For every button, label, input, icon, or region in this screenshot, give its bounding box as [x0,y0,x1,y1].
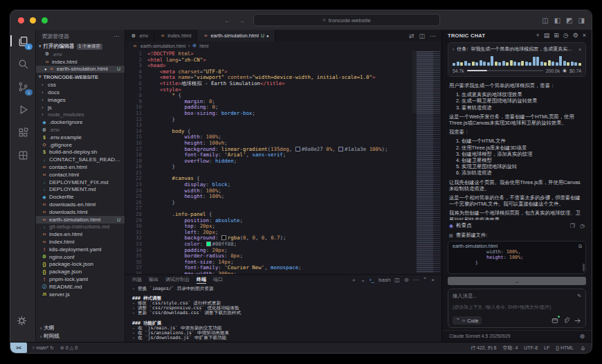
open-editor-item[interactable]: ●‹›earth-simulation.htmlU [36,66,125,73]
panel-tab-终端[interactable]: 终端 [197,276,206,284]
status-item[interactable]: {} HTML [556,345,574,350]
tree-item[interactable]: !k8s-deployment.yaml [36,246,125,253]
view-file-icon[interactable]: ❐ [570,223,575,229]
sidebar-section-时间线[interactable]: ›时间线 [36,332,125,340]
chat-stack-icon[interactable]: ▤ [544,32,550,39]
toggle-primary-sidebar-icon[interactable]: ◧ [554,17,560,24]
project-root-section[interactable]: ▾ TRONCODE-WEBSITE [36,73,125,81]
tree-item[interactable]: ‹›index.html [36,238,125,246]
breadcrumb[interactable]: ‹› earth-simulation.html › ⊘ html [125,42,441,50]
source-control-icon[interactable]: 1 [16,80,30,93]
model-selector[interactable]: Claude Sonnet 4.5 20250929 ◍ [442,330,592,342]
shell-label[interactable]: bash [378,277,390,283]
maximize-window-button[interactable] [42,17,48,24]
minimize-window-button[interactable] [30,17,36,24]
status-item[interactable]: 行 422, 列 8 [471,345,496,352]
remote-explorer-icon[interactable] [16,148,30,162]
split-editor-icon[interactable]: ◫ [419,33,425,39]
file-card-scrollbar[interactable] [583,264,585,271]
chat-grid-icon[interactable]: ⊞ [554,32,559,39]
chat-input[interactable]: 输入消息... ✎ (@添加上下文, /输入命令, Shift+拖拽文件/图片)… [448,289,586,328]
explorer-icon[interactable]: 1 [16,34,30,48]
chat-plus-icon[interactable]: + [536,32,539,39]
extensions-icon[interactable] [16,125,30,139]
tree-item[interactable]: ↓DEPLOYMENT.md [36,186,125,194]
open-editors-section[interactable]: ▾ 打开的编辑器 1 个未保存 [36,42,125,51]
nav-back-icon[interactable]: ← [224,17,231,24]
tree-item[interactable]: ↓CONTACT_SALES_README.md [36,156,125,163]
nav-forward-icon[interactable]: → [238,17,245,24]
tree-item[interactable]: ↓DEPLOYMENT_FIX.md [36,179,125,186]
generated-file-card[interactable]: earth-simulation.html ⧉ width: 100%, hei… [448,241,586,274]
tree-folder[interactable]: ›node_modules [36,111,125,119]
edit-pen-icon[interactable]: ✎ [577,293,581,300]
terminal-output[interactable]: - 替换 `images/` 目录中的图片资源 ### 样式调整- 修改 `cs… [125,284,441,342]
tree-item[interactable]: ⚙.env [36,126,125,134]
tree-item[interactable]: ‹›contact.html [36,171,125,179]
tree-folder[interactable]: ›css [36,81,125,89]
tree-folder[interactable]: ›docs [36,89,125,96]
problems-item[interactable]: ⊘ 0 △ 0 [60,345,77,351]
tree-item[interactable]: {}package-lock.json [36,261,125,269]
chat-history-icon[interactable]: ◷ [563,32,569,39]
command-center-search[interactable]: ⌕ troncode-website [253,14,440,26]
status-item[interactable]: 空格: 4 [503,345,518,352]
close-panel-icon[interactable]: × [431,277,435,283]
panel-more-icon[interactable]: ⋯ [413,277,419,283]
tree-item[interactable]: {}package.json [36,268,125,275]
task-close-icon[interactable]: × [578,47,581,52]
sidebar-section-大纲[interactable]: ›大纲 [36,324,125,332]
tree-item[interactable]: ⚙nginx.conf [36,253,125,261]
chat-messages[interactable]: 用户要求我生成一个简单的地球模拟页，需要：1. 生成更真实的地球纹理效果2. 生… [442,80,592,220]
expand-card-button[interactable]: ⌄ [448,277,586,285]
panel-tab-端口[interactable]: 端口 [213,276,223,283]
editor-tab-earth-simulation.html[interactable]: ‹›earth-simulation.htmlU● [197,30,275,42]
tree-item[interactable]: ‹›downloads-en.html [36,201,125,208]
settings-gear-icon[interactable] [16,315,28,327]
context-box-icon[interactable] [551,317,558,324]
remote-indicator[interactable]: >< [10,343,27,353]
tree-item[interactable]: ↓git-setup-instructions.md [36,224,125,231]
tree-item[interactable]: $.env.example [36,134,125,141]
tree-item[interactable]: ‹›contact-en.html [36,163,125,171]
notifications-bell-icon[interactable] [580,345,586,351]
search-view-icon[interactable] [16,57,30,71]
toggle-panel-icon[interactable]: ◩ [566,17,572,24]
tree-item[interactable]: ‹›downloads.html [36,208,125,216]
model-settings-icon[interactable]: ◍ [580,333,585,339]
panel-tab-调试控制台[interactable]: 调试控制台 [165,276,190,283]
panel-tab-输出[interactable]: 输出 [149,276,158,283]
send-message-icon[interactable] [574,317,581,325]
chat-close-icon[interactable]: × [583,32,586,39]
terminal-dropdown-icon[interactable]: ⌄ [361,277,365,283]
tree-item[interactable]: !pnpm-lock.yaml [36,275,125,283]
tree-item[interactable]: ‹›earth-simulation.htmlU [36,216,125,224]
editor-more-actions-icon[interactable]: ⋯ [430,33,436,39]
open-editor-item[interactable]: ⚙.env [36,51,125,58]
open-file-icon[interactable]: ⧉ [578,244,582,249]
task-card[interactable]: › 任务: 帮我生成一个简单的地球模拟页，生成更真实的地... × 54.7k … [448,42,586,77]
usage-track[interactable] [467,70,543,71]
attach-paperclip-icon[interactable] [563,317,569,324]
editor-tab-.env[interactable]: ⚙.env [125,30,154,42]
compare-changes-icon[interactable]: ⇄ [409,33,414,39]
tree-item[interactable]: ⓘREADME.md [36,283,125,291]
git-branch-item[interactable]: ⑂ main* ↻ [32,345,54,351]
minimap[interactable] [417,51,440,273]
tree-item[interactable]: ◇.gitignore [36,141,125,149]
close-window-button[interactable] [18,17,24,24]
status-item[interactable]: UTF-8 [524,345,538,350]
task-chevron-icon[interactable]: › [453,47,454,52]
editor-tab-index.html[interactable]: ‹›index.html [154,30,197,42]
tree-item[interactable]: ‹›index-en.html [36,230,125,238]
split-terminal-icon[interactable]: ◫ [394,277,400,283]
kill-terminal-icon[interactable]: ⊖ [404,277,409,283]
restore-checkpoint-icon[interactable]: ◷ [580,223,585,229]
toggle-columns-icon[interactable]: ◫ [542,17,548,24]
new-terminal-icon[interactable]: ＋ [351,276,356,284]
run-debug-icon[interactable] [16,102,30,116]
chat-settings-icon[interactable]: ⚙ [573,32,578,39]
explorer-more-actions-icon[interactable]: ⋯ [113,33,119,39]
tree-item[interactable]: $build-and-deploy.sh [36,149,125,156]
tree-item[interactable]: ◆.dockerignore [36,118,125,126]
